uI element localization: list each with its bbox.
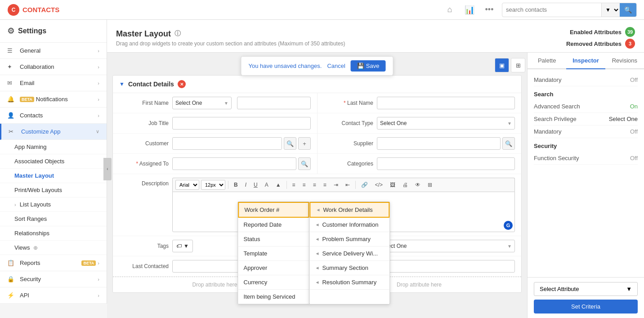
work-order-count-input[interactable]: [377, 260, 515, 273]
status-select[interactable]: Select One ▼: [377, 240, 515, 252]
sidebar-item-collaboration[interactable]: ✦ Collaboration ›: [0, 59, 107, 75]
supplier-search-button[interactable]: 🔍: [502, 137, 515, 150]
sidebar-item-email[interactable]: ✉ Email ›: [0, 75, 107, 91]
sidebar-sub-print-layouts[interactable]: Print/Web Layouts: [0, 183, 107, 197]
popup-item-customer-info[interactable]: ◄ Customer Information: [310, 218, 390, 232]
underline-button[interactable]: U: [251, 180, 260, 189]
first-name-select[interactable]: Select One ▼: [172, 97, 232, 109]
popup-item-reported-date[interactable]: Reported Date: [238, 218, 309, 232]
set-criteria-button[interactable]: Set Criteria: [534, 300, 638, 314]
supplier-input[interactable]: [377, 137, 501, 150]
last-name-label: Last Name: [324, 100, 373, 106]
indent-button[interactable]: ⇥: [331, 180, 341, 189]
chevron-right-icon: ›: [98, 64, 99, 70]
select-attribute-button[interactable]: Select Attribute ▼: [534, 282, 638, 296]
popup-item-status[interactable]: Status: [238, 232, 309, 246]
assigned-to-search-button[interactable]: 🔍: [298, 157, 311, 170]
font-select[interactable]: Arial: [175, 180, 199, 190]
highlight-button[interactable]: ▲: [273, 180, 284, 189]
sidebar-sub-sort-ranges[interactable]: Sort Ranges: [0, 212, 107, 226]
mandatory-row-2: Mandatory Off: [534, 125, 638, 138]
align-right-button[interactable]: ≡: [310, 180, 319, 189]
section-collapse-button[interactable]: ▼: [119, 81, 125, 87]
logo-icon: C: [7, 4, 20, 16]
chevron-down-icon: ▼: [507, 121, 512, 126]
eye-button[interactable]: 👁: [412, 180, 423, 189]
sidebar-sub-views[interactable]: Views ⊕: [0, 241, 107, 255]
arrow-icon: ◄: [315, 251, 320, 256]
bold-button[interactable]: B: [231, 180, 241, 189]
sidebar-item-contacts[interactable]: 👤 Contacts ›: [0, 107, 107, 124]
top-nav: C CONTACTS ⌂ 📊 ••• ▼ 🔍: [0, 0, 644, 20]
search-input[interactable]: [502, 6, 601, 13]
popup-item-problem-summary[interactable]: ◄ Problem Summary: [310, 232, 390, 246]
sidebar-item-reports[interactable]: 📋 Reports BETA ›: [0, 255, 107, 271]
sidebar-sub-associated-objects[interactable]: Associated Objects: [0, 154, 107, 169]
popup-item-work-order-details[interactable]: ◄ Work Order Details: [310, 202, 390, 218]
popup-item-item-serviced[interactable]: Item being Serviced: [238, 290, 309, 304]
sidebar-sub-list-layouts[interactable]: › List Layouts: [0, 197, 107, 212]
cancel-link[interactable]: Cancel: [327, 63, 345, 69]
tags-button[interactable]: 🏷 ▼: [172, 240, 193, 252]
section-close-button[interactable]: ✕: [178, 80, 186, 88]
grid-view-button[interactable]: ⊞: [511, 58, 525, 72]
tab-inspector[interactable]: Inspector: [566, 53, 605, 69]
chevron-down-icon: ▼: [626, 286, 632, 292]
popup-item-summary-section[interactable]: ◄ Summary Section: [310, 261, 390, 275]
size-select[interactable]: 12px: [201, 180, 225, 190]
info-icon[interactable]: ⓘ: [174, 30, 181, 38]
outdent-button[interactable]: ⇤: [343, 180, 353, 189]
search-button[interactable]: 🔍: [620, 3, 636, 17]
advanced-search-row: Advanced Search On: [534, 100, 638, 113]
sidebar-item-general[interactable]: ☰ General ›: [0, 43, 107, 59]
save-button[interactable]: 💾 Save: [351, 60, 386, 72]
job-title-input[interactable]: [172, 117, 311, 130]
code-button[interactable]: </>: [372, 180, 385, 189]
sidebar-sub-master-layout[interactable]: Master Layout: [0, 169, 107, 183]
beta-badge: BETA: [20, 97, 34, 102]
customer-row: Customer 🔍 +: [113, 134, 317, 154]
assigned-to-input[interactable]: [172, 157, 296, 170]
italic-button[interactable]: I: [242, 180, 249, 189]
popup-item-work-order[interactable]: Work Order #: [238, 202, 309, 218]
font-color-button[interactable]: A: [262, 180, 271, 189]
align-left-button[interactable]: ≡: [290, 180, 298, 189]
last-name-input[interactable]: [377, 97, 515, 109]
customer-search-button[interactable]: 🔍: [284, 137, 296, 150]
sidebar-item-customize[interactable]: ✂ Customize App ∨: [0, 124, 107, 140]
arrow-icon: ◄: [315, 280, 320, 285]
table-button[interactable]: ⊞: [425, 180, 435, 189]
tab-revisions[interactable]: Revisions: [605, 53, 644, 69]
first-name-row: First Name Select One ▼: [113, 93, 317, 113]
enabled-attributes-badge: 39: [625, 27, 635, 37]
chart-button[interactable]: 📊: [462, 3, 477, 17]
image-button[interactable]: 🖼: [387, 180, 398, 189]
popup-item-template[interactable]: Template: [238, 246, 309, 261]
sidebar-item-api[interactable]: ⚡ API ›: [0, 287, 107, 304]
align-justify-button[interactable]: ≡: [321, 180, 329, 189]
app-logo[interactable]: C CONTACTS: [7, 4, 59, 16]
first-name-input[interactable]: [237, 97, 311, 109]
align-center-button[interactable]: ≡: [300, 180, 309, 189]
popup-item-approver[interactable]: Approver: [238, 261, 309, 275]
link-button[interactable]: 🔗: [358, 180, 371, 189]
popup-item-service-delivery[interactable]: ◄ Service Delivery Wi...: [310, 246, 390, 261]
print-button[interactable]: 🖨: [400, 180, 411, 189]
customer-input[interactable]: [172, 137, 282, 150]
contact-type-select[interactable]: Select One ▼: [377, 117, 515, 130]
sidebar-collapse-button[interactable]: ‹: [103, 158, 112, 180]
sidebar-sub-app-naming[interactable]: App Naming: [0, 140, 107, 154]
desktop-view-button[interactable]: ▣: [495, 58, 509, 72]
search-scope-select[interactable]: ▼: [601, 3, 620, 17]
more-button[interactable]: •••: [482, 3, 496, 17]
tab-palette[interactable]: Palette: [528, 53, 566, 69]
popup-item-currency[interactable]: Currency: [238, 275, 309, 290]
sidebar-sub-relationships[interactable]: Relationships: [0, 226, 107, 241]
first-name-label: First Name: [119, 100, 169, 106]
home-button[interactable]: ⌂: [443, 3, 457, 17]
customer-add-button[interactable]: +: [298, 137, 311, 150]
popup-item-resolution-summary[interactable]: ◄ Resolution Summary: [310, 275, 390, 290]
categories-input[interactable]: [377, 157, 515, 170]
sidebar-item-security[interactable]: 🔒 Security ›: [0, 271, 107, 287]
sidebar-item-notifications[interactable]: 🔔 BETA Notifications ›: [0, 91, 107, 107]
